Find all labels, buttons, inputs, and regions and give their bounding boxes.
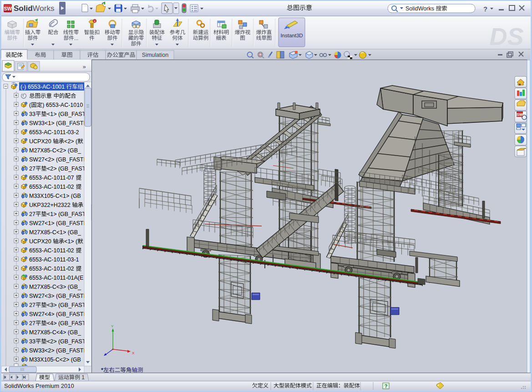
svg-text:<2> (GB_FAST: <2> (GB_FAST (47, 338, 86, 345)
svg-text:6553-AC-1011-03-1: 6553-AC-1011-03-1 (29, 256, 81, 263)
svg-text:»: » (82, 63, 86, 70)
svg-text:SW: SW (4, 6, 12, 11)
svg-text:<2> (: <2> ( (64, 138, 78, 145)
svg-text:) 6553-AC-1010: ) 6553-AC-1010 (42, 102, 83, 108)
svg-text:<1> (: <1> ( (64, 238, 78, 245)
svg-text:Y: Y (111, 324, 114, 328)
svg-text:6553-AC-1011-02: 6553-AC-1011-02 (29, 266, 76, 272)
svg-text:<1> (GB_FAST: <1> (GB_FAST (47, 111, 86, 117)
svg-text:27: 27 (29, 166, 35, 172)
svg-text:6553-AC-1011-07: 6553-AC-1011-07 (29, 175, 76, 181)
svg-text:M27X85-C<3> (GB_: M27X85-C<3> (GB_ (29, 284, 81, 290)
svg-text:27: 27 (29, 320, 35, 327)
svg-text:M33X105-C<2> (GB: M33X105-C<2> (GB (29, 357, 81, 363)
svg-text:27: 27 (29, 211, 35, 217)
svg-text:*: * (101, 367, 103, 373)
svg-text:SW33<2> (GB_FASTI: SW33<2> (GB_FASTI (29, 347, 85, 354)
svg-text:X: X (132, 351, 135, 355)
svg-text:<2> (GB_FAST: <2> (GB_FAST (47, 166, 86, 172)
svg-text:6553-AC-1011-02: 6553-AC-1011-02 (29, 247, 76, 254)
svg-text:DS: DS (489, 23, 523, 50)
svg-text:?: ? (483, 5, 487, 13)
svg-text:SW27<1> (GB_FASTI: SW27<1> (GB_FASTI (29, 220, 85, 226)
svg-text:...: ... (74, 35, 79, 41)
svg-text:1: 1 (80, 374, 85, 381)
svg-text:M27X85-C<1> (GB_: M27X85-C<1> (GB_ (29, 229, 81, 236)
svg-text:6553-AC-1011-02: 6553-AC-1011-02 (29, 184, 76, 190)
svg-text:33: 33 (29, 111, 35, 117)
svg-text:+: + (94, 20, 96, 23)
svg-text:M33X105-C<1> (GB: M33X105-C<1> (GB (29, 193, 81, 199)
svg-text:SolidWorks: SolidWorks (405, 5, 436, 12)
svg-text:<4> (GB_FAST: <4> (GB_FAST (47, 320, 86, 327)
svg-text:?: ? (385, 383, 388, 389)
svg-text:UKP322+H2322: UKP322+H2322 (29, 202, 72, 208)
svg-text:UCPX20: UCPX20 (29, 138, 53, 145)
svg-text:SW27<3> (GB_FASTI: SW27<3> (GB_FASTI (29, 293, 85, 299)
svg-text:SW33<1> (GB_FASTI: SW33<1> (GB_FASTI (29, 120, 85, 126)
svg-text:SolidWorks Premium 2010: SolidWorks Premium 2010 (4, 382, 74, 389)
svg-text:SW27<2> (GB_FASTI: SW27<2> (GB_FASTI (29, 156, 85, 163)
svg-text:UCPX20: UCPX20 (29, 238, 53, 245)
svg-text:6553-AC-1011-01A(E: 6553-AC-1011-01A(E (29, 275, 83, 281)
svg-text:(-) 6553-AC-1001: (-) 6553-AC-1001 (20, 84, 66, 90)
svg-text:<3> (GB_FAST: <3> (GB_FAST (47, 302, 86, 308)
svg-text:SolidWorks: SolidWorks (14, 4, 54, 13)
svg-text:27: 27 (29, 302, 35, 308)
svg-text:SW27<4> (GB_FASTI: SW27<4> (GB_FASTI (29, 311, 85, 317)
svg-text:33: 33 (29, 338, 35, 345)
svg-text:Instant3D: Instant3D (280, 33, 303, 38)
svg-text:M27X85-C<4> (GB_: M27X85-C<4> (GB_ (29, 329, 81, 336)
svg-text:M27X85-C<2> (GB_: M27X85-C<2> (GB_ (29, 147, 81, 154)
svg-text:6553-AC-1011-03-2: 6553-AC-1011-03-2 (29, 129, 81, 136)
svg-text:Simulation: Simulation (142, 52, 168, 58)
svg-text:<1> (GB_FAST: <1> (GB_FAST (47, 211, 86, 217)
